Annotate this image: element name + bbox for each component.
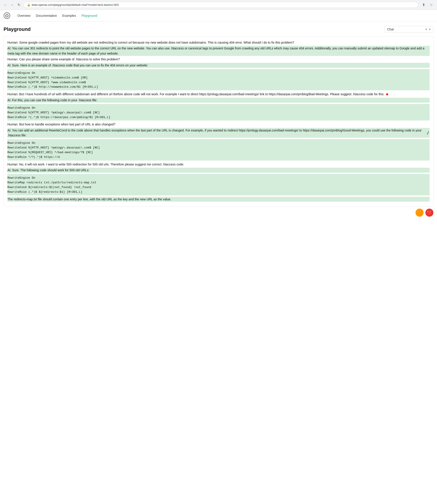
chat-text-1: Human: Some google crawled pages from my… (7, 41, 294, 44)
chevron-down-icon[interactable]: ▾ (429, 28, 430, 31)
code-line-3-2: RewriteCond %{HTTP_HOST} ^pmlogy\.dasarp… (7, 146, 430, 150)
code-line-4-2: RewriteMap redirects txt:/path/to/redire… (7, 180, 430, 185)
code-line-1-3: RewriteCond %{HTTP_HOST} ^www.oldwebsite… (7, 80, 430, 85)
chat-text-7: Human: But how to handle exceptions when… (7, 123, 115, 126)
address-bar[interactable]: 🔒 beta.openai.com/playground/p/default-c… (24, 2, 418, 8)
chat-message-5: Human: But I have hundreds of url with d… (7, 92, 430, 97)
code-block-1: RewriteEngine On RewriteCond %{HTTP_HOST… (7, 69, 430, 90)
chat-message-6: AI: For this, you can use the following … (7, 98, 430, 103)
code-line-1-4: RewriteRule (.*)$ http://newwebsite.com/… (7, 85, 430, 89)
lock-icon: 🔒 (27, 3, 30, 7)
heart-emoji-button[interactable]: 🧡 (416, 209, 424, 217)
chat-message-2: AI: You can use 301 redirects to point t… (7, 46, 430, 56)
browser-chrome: ← → ↻ 🔒 beta.openai.com/playground/p/def… (0, 0, 437, 10)
page-header: Playground Chat ✕ ▾ (4, 26, 433, 33)
openai-logo (4, 12, 10, 19)
chat-text-11: The redirects-map.txt file should contai… (7, 198, 171, 201)
nav-links: Overview Documentation Examples Playgrou… (18, 14, 97, 18)
chat-message-4: AI: Sure. Here is an example of .htacces… (7, 63, 430, 68)
code-line-1-2: RewriteCond %{HTTP_HOST} ^oldwebsite.com… (7, 76, 430, 80)
code-line-2-3: RewriteRule ^(.*)$ https://dasarpai.com/… (7, 115, 430, 120)
chat-text-6: AI: For this, you can use the following … (7, 98, 97, 102)
nav-documentation[interactable]: Documentation (36, 14, 57, 18)
code-line-2-1: RewriteEngine On (7, 106, 430, 110)
code-block-2: RewriteEngine On RewriteCond %{HTTP_HOST… (7, 104, 430, 120)
code-line-4-3: RewriteCond ${redirects:$1|not_found} !n… (7, 185, 430, 190)
heart-emoji: 🧡 (417, 210, 422, 215)
code-block-4: RewriteEngine On RewriteMap redirects tx… (7, 174, 430, 195)
chat-text-4: AI: Sure. Here is an example of .htacces… (7, 63, 148, 67)
chat-message-1: Human: Some google crawled pages from my… (7, 40, 430, 45)
red-emoji-button[interactable]: ❤️ (425, 209, 433, 217)
nav-examples[interactable]: Examples (62, 14, 76, 18)
code-line-3-4: RewriteRule ^/?(.*)$ https://d (7, 155, 430, 160)
back-button[interactable]: ← (3, 2, 8, 8)
chat-area: Human: Some google crawled pages from my… (4, 36, 433, 206)
chat-message-8: AI: You can add an additional RewriteCon… (7, 128, 430, 138)
code-line-3-1: RewriteEngine On (7, 141, 430, 146)
chat-text-2: AI: You can use 301 redirects to point t… (7, 47, 425, 55)
clear-icon[interactable]: ✕ (425, 28, 427, 31)
bottom-bar: 🧡 ❤️ (0, 206, 437, 219)
share-button[interactable]: ⬆ (420, 2, 427, 8)
recording-dot (386, 93, 388, 96)
page-content: Playground Chat ✕ ▾ Human: Some google c… (0, 21, 437, 206)
chat-text-3: Human: Can you please share some example… (7, 58, 120, 61)
nav-playground[interactable]: Playground (81, 14, 97, 18)
nav-overview[interactable]: Overview (18, 14, 30, 18)
url-text: beta.openai.com/playground/p/default-cha… (32, 3, 119, 7)
red-emoji: ❤️ (427, 210, 432, 215)
mode-selector-actions: ✕ ▾ (425, 28, 430, 31)
chat-message-9: Human: No, it will not work. I want to w… (7, 162, 430, 167)
code-block-3: RewriteEngine On RewriteCond %{HTTP_HOST… (7, 139, 430, 160)
bookmark-button[interactable]: ☆ (428, 2, 434, 8)
mode-selector-label: Chat (387, 28, 394, 31)
chat-text-5: Human: But I have hundreds of url with d… (7, 92, 384, 96)
page-title: Playground (4, 26, 31, 32)
chat-text-10: AI: Sure. The following code should work… (7, 168, 89, 172)
code-line-4-4: RewriteRule (.*)$ ${redirects:$1} [R=301… (7, 190, 430, 195)
code-line-4-1: RewriteEngine On (7, 176, 430, 180)
chat-message-3: Human: Can you please share some example… (7, 57, 430, 62)
chat-message-7: Human: But how to handle exceptions when… (7, 122, 430, 127)
chat-message-11: The redirects-map.txt file should contai… (7, 197, 430, 202)
top-nav: Overview Documentation Examples Playgrou… (0, 10, 437, 21)
cursor-icon: 𝐼 (427, 129, 428, 136)
chat-text-9: Human: No, it will not work. I want to w… (7, 163, 184, 166)
chat-message-10: AI: Sure. The following code should work… (7, 168, 430, 173)
mode-selector[interactable]: Chat ✕ ▾ (384, 26, 433, 33)
browser-nav: ← → ↻ (3, 2, 21, 8)
code-line-1-1: RewriteEngine On (7, 71, 430, 76)
reload-button[interactable]: ↻ (16, 2, 21, 8)
browser-actions: ⬆ ☆ (420, 2, 434, 8)
forward-button[interactable]: → (10, 2, 15, 8)
code-line-3-3: RewriteCond %{REQUEST_URI} ^/bad-meeting… (7, 150, 430, 155)
chat-text-8: AI: You can add an additional RewriteCon… (7, 128, 422, 137)
code-line-2-2: RewriteCond %{HTTP_HOST} ^pmlogy\.dasarp… (7, 110, 430, 115)
